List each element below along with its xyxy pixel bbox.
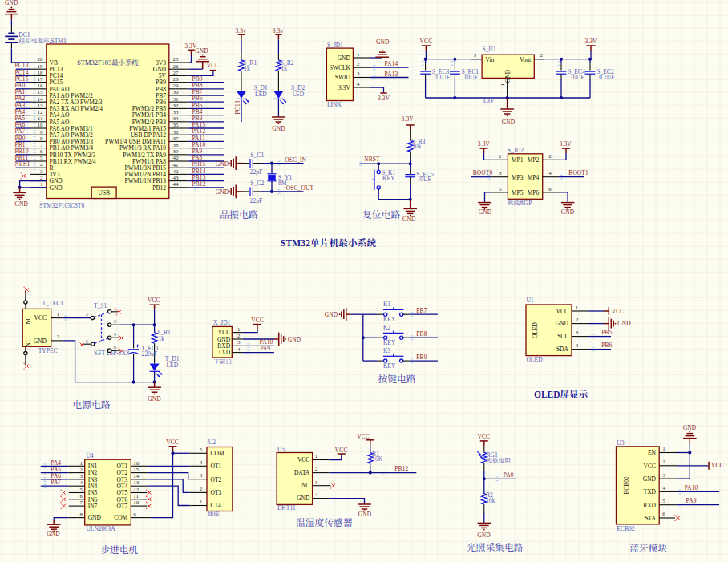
power-label-3v3[interactable]: 3.3v [273,27,284,34]
designator[interactable]: S_JD2 [508,147,524,154]
pin-name[interactable]: OT3 [211,489,222,496]
pin-number[interactable]: 1 [357,51,360,58]
pin-number[interactable]: 18 [38,70,44,76]
designator[interactable]: U2 [208,439,216,446]
pin-number[interactable]: 31 [172,96,179,103]
pin-number[interactable]: 2 [357,61,360,67]
power-label-vcc[interactable]: VCC [207,62,220,69]
junction-dot[interactable] [424,58,427,61]
pin-name[interactable]: IN7 [88,503,98,510]
designator[interactable]: S_JD1 [327,42,343,49]
pin-number[interactable]: 1 [237,326,241,333]
pin-number[interactable]: 7 [80,499,83,506]
section-label[interactable]: 晶振电路 [220,209,257,220]
value[interactable]: 光敏电阻 [486,457,511,464]
pin-number[interactable]: 20 [38,56,44,63]
designator[interactable]: K2 [383,324,390,331]
pin-number[interactable]: 6 [114,344,117,350]
gnd-symbol-dot[interactable] [278,123,280,124]
value[interactable]: LINK [327,101,342,108]
designator[interactable]: K3 [383,347,390,354]
pin-number[interactable]: 44 [172,181,179,188]
pin-number[interactable]: 38 [172,142,179,148]
pin-number[interactable]: 2 [200,486,203,492]
pin-number[interactable]: 39 [172,148,179,155]
gnd-symbol-dot[interactable] [483,529,485,531]
power-label-gnd[interactable]: GND [216,160,229,168]
value[interactable]: 10k [412,143,422,150]
section-label[interactable]: 按键电路 [378,374,415,385]
value[interactable]: 10UF [464,74,478,81]
junction-dot[interactable] [560,58,563,61]
pin-name[interactable]: SWIO [335,74,351,81]
pin-number[interactable]: 14 [38,96,44,103]
power-label-vcc[interactable]: VCC [166,439,179,446]
pin-number[interactable]: 12 [38,109,44,115]
pin-name[interactable]: GND [338,55,351,62]
value[interactable]: 下载口 [213,358,232,366]
pin-name[interactable]: MP3 [512,174,524,181]
pin-name[interactable]: GND [88,514,102,521]
pin-number[interactable]: 26 [172,63,179,70]
net-label[interactable]: PB5 [601,329,612,336]
net-label[interactable]: PA13 [385,71,398,78]
pin-number[interactable]: 8 [40,135,43,142]
pin-number[interactable]: 16 [38,83,44,89]
pin-name[interactable]: OT2 [211,476,222,483]
power-label-vcc[interactable]: VCC [420,38,433,45]
pin-number[interactable]: 16 [133,460,140,467]
pin-number[interactable]: 27 [172,70,179,76]
designator[interactable]: S_U1 [483,46,497,53]
power-label-gnd[interactable]: GND [288,336,301,343]
pin-name[interactable]: RXD [643,502,656,509]
value[interactable]: KEY [383,339,396,346]
pin-name[interactable]: GND [556,320,569,327]
switch-terminal[interactable] [91,342,95,346]
pin-number[interactable]: 12 [133,487,140,493]
pin-number[interactable]: 4 [237,346,241,353]
terminal-circle[interactable] [400,336,403,339]
gnd-symbol-dot[interactable] [11,7,13,9]
designator[interactable]: U5 [277,446,285,453]
pin-name[interactable]: EN [648,449,657,456]
designator[interactable]: T_TEC1 [42,300,64,307]
value[interactable]: OLED [526,356,543,363]
pin-number[interactable]: 13 [133,479,140,486]
pin-name[interactable]: MP2 [528,156,540,164]
net-label[interactable]: PA9 [260,345,270,352]
net-label[interactable]: PA9 [686,497,697,504]
section-label[interactable]: OLED屏显示 [534,390,588,399]
power-label-3v3[interactable]: 3.3V [402,115,415,123]
pin-number[interactable]: 4 [548,170,552,176]
pin-name[interactable]: PB11 RX PWM2/4 [50,158,96,165]
pin-number[interactable]: 37 [172,135,179,142]
pin-number[interactable]: 5 [499,186,502,192]
power-label-vcc[interactable]: VCC [251,317,264,324]
power-label-vcc[interactable]: VCC [148,297,160,304]
power-label-vcc[interactable]: VCC [612,308,625,315]
designator[interactable]: K1 [383,301,390,308]
power-label-gnd[interactable]: GND [148,395,161,402]
pin-number[interactable]: 7 [40,142,43,148]
net-label[interactable]: PA10 [685,484,698,491]
pin-number[interactable]: 40 [172,155,179,161]
designator[interactable]: U1 [526,297,533,304]
pin-number[interactable]: 15 [38,89,44,95]
pin-number[interactable]: 3 [237,339,241,346]
part-inner-label[interactable]: OLED [532,321,539,338]
net-label[interactable]: BOOT1 [568,169,588,176]
power-label-gnd[interactable]: GND [502,119,516,126]
power-label-gnd[interactable]: GND [272,125,285,132]
pin-name[interactable]: OT7 [117,503,128,510]
value[interactable]: ECB02 [617,525,635,532]
pin-name[interactable]: GND [34,338,47,345]
value[interactable]: KEY [383,362,396,370]
junction-dot[interactable] [453,58,456,61]
value[interactable]: KEY [382,175,395,182]
pin-number[interactable]: 4 [357,81,360,87]
terminal-circle[interactable] [377,170,380,173]
designator[interactable]: X_JD1 [213,319,231,326]
pin-circle[interactable] [24,301,27,304]
pin-number[interactable]: 2 [80,467,83,473]
pin-number[interactable]: 36 [172,129,179,135]
